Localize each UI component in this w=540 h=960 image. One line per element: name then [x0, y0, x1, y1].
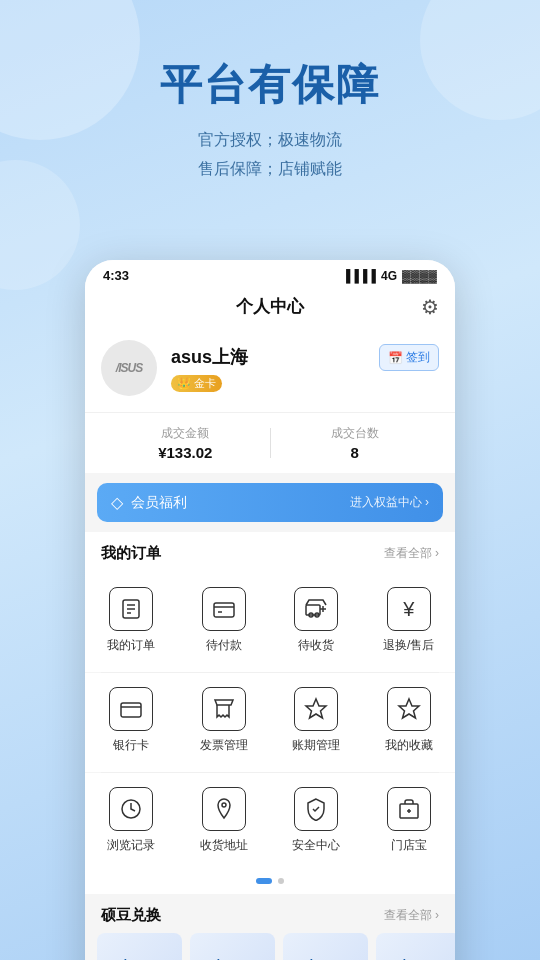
benefits-banner[interactable]: ◇ 会员福利 进入权益中心 ›: [97, 483, 443, 522]
svg-marker-15: [399, 699, 419, 718]
my-orders-icon: [109, 587, 153, 631]
store-treasure-icon: [387, 787, 431, 831]
beans-header: 硕豆兑换 查看全部 ›: [85, 906, 455, 933]
security-label: 安全中心: [292, 837, 340, 854]
status-bar: 4:33 ▐▐▐▐ 4G ▓▓▓▓: [85, 260, 455, 287]
page-dots: [85, 872, 455, 894]
page-title: 个人中心: [236, 295, 304, 318]
product-row: /ISUS 硕豆兑换 /ISUS 硕豆兑换 /ISUS 硕豆兑换 /ISUS 硕…: [85, 933, 455, 960]
address-item[interactable]: 收货地址: [178, 777, 271, 860]
bank-card-item[interactable]: 银行卡: [85, 677, 178, 760]
tools-grid-1: 银行卡 发票管理 账期管理: [85, 673, 455, 772]
trade-amount-value: ¥133.02: [101, 444, 270, 461]
browse-history-label: 浏览记录: [107, 837, 155, 854]
benefits-action-text: 进入权益中心 ›: [350, 494, 429, 511]
period-label: 账期管理: [292, 737, 340, 754]
invoice-label: 发票管理: [200, 737, 248, 754]
svg-point-17: [222, 803, 226, 807]
stats-row: 成交金额 ¥133.02 成交台数 8: [85, 412, 455, 473]
browse-history-item[interactable]: 浏览记录: [85, 777, 178, 860]
pending-payment-icon: [202, 587, 246, 631]
refund-icon: ¥: [387, 587, 431, 631]
page-header: 个人中心 ⚙: [85, 287, 455, 328]
status-icons: ▐▐▐▐ 4G ▓▓▓▓: [342, 269, 437, 283]
benefits-icon: ◇: [111, 493, 123, 512]
avatar-logo: /ISUS: [116, 361, 142, 375]
benefits-text: 会员福利: [131, 494, 187, 512]
period-icon: [294, 687, 338, 731]
tools-grid-2: 浏览记录 收货地址 安全中心: [85, 773, 455, 872]
beans-section: 硕豆兑换 查看全部 › /ISUS 硕豆兑换 /ISUS 硕豆兑换 /ISUS …: [85, 894, 455, 960]
address-label: 收货地址: [200, 837, 248, 854]
bank-card-label: 银行卡: [113, 737, 149, 754]
my-orders-item[interactable]: 我的订单: [85, 577, 178, 660]
pending-payment-item[interactable]: 待付款: [178, 577, 271, 660]
trade-amount-label: 成交金额: [101, 425, 270, 442]
orders-section-header: 我的订单 查看全部 ›: [85, 532, 455, 569]
bank-card-icon: [109, 687, 153, 731]
dot-2: [278, 878, 284, 884]
svg-rect-4: [214, 603, 234, 617]
product-card-4[interactable]: /ISUS 硕豆兑换: [376, 933, 455, 960]
store-treasure-item[interactable]: 门店宝: [363, 777, 456, 860]
security-item[interactable]: 安全中心: [270, 777, 363, 860]
membership-label: 金卡: [194, 376, 216, 391]
subtitle-line2: 售后保障；店铺赋能: [0, 155, 540, 184]
product-card-2[interactable]: /ISUS 硕豆兑换: [190, 933, 275, 960]
checkin-icon: 📅: [388, 351, 403, 365]
trade-count-value: 8: [271, 444, 440, 461]
invoice-item[interactable]: 发票管理: [178, 677, 271, 760]
trade-count-label: 成交台数: [271, 425, 440, 442]
settings-icon[interactable]: ⚙: [421, 295, 439, 319]
svg-rect-12: [121, 703, 141, 717]
store-treasure-label: 门店宝: [391, 837, 427, 854]
orders-title: 我的订单: [101, 544, 161, 563]
benefits-action: 进入权益中心 ›: [350, 494, 429, 511]
checkin-label: 签到: [406, 349, 430, 366]
my-orders-label: 我的订单: [107, 637, 155, 654]
status-time: 4:33: [103, 268, 129, 283]
trade-count-stat: 成交台数 8: [271, 425, 440, 461]
period-item[interactable]: 账期管理: [270, 677, 363, 760]
pending-receipt-label: 待收货: [298, 637, 334, 654]
signal-icon: ▐▐▐▐: [342, 269, 376, 283]
favorites-item[interactable]: 我的收藏: [363, 677, 456, 760]
refund-item[interactable]: ¥ 退换/售后: [363, 577, 456, 660]
benefits-left: ◇ 会员福利: [111, 493, 187, 512]
network-type: 4G: [381, 269, 397, 283]
beans-title: 硕豆兑换: [101, 906, 161, 925]
pending-payment-label: 待付款: [206, 637, 242, 654]
membership-icon: 👑: [177, 377, 191, 390]
refund-label: 退换/售后: [383, 637, 434, 654]
profile-section: /ISUS asus上海 👑 金卡 📅 签到: [85, 328, 455, 412]
product-card-1[interactable]: /ISUS 硕豆兑换: [97, 933, 182, 960]
security-icon: [294, 787, 338, 831]
address-icon: [202, 787, 246, 831]
checkin-button[interactable]: 📅 签到: [379, 344, 439, 371]
favorites-icon: [387, 687, 431, 731]
avatar: /ISUS: [101, 340, 157, 396]
subtitle: 官方授权；极速物流 售后保障；店铺赋能: [0, 126, 540, 184]
product-card-3[interactable]: /ISUS 硕豆兑换: [283, 933, 368, 960]
membership-badge: 👑 金卡: [171, 375, 222, 392]
phone-mockup: 4:33 ▐▐▐▐ 4G ▓▓▓▓ 个人中心 ⚙ /ISUS asus上海 👑 …: [85, 260, 455, 960]
svg-marker-14: [306, 699, 326, 718]
invoice-icon: [202, 687, 246, 731]
pending-receipt-icon: [294, 587, 338, 631]
trade-amount-stat: 成交金额 ¥133.02: [101, 425, 270, 461]
browse-history-icon: [109, 787, 153, 831]
pending-receipt-item[interactable]: 待收货: [270, 577, 363, 660]
dot-1: [256, 878, 272, 884]
beans-more[interactable]: 查看全部 ›: [384, 907, 439, 924]
orders-more[interactable]: 查看全部 ›: [384, 545, 439, 562]
battery-icon: ▓▓▓▓: [402, 269, 437, 283]
favorites-label: 我的收藏: [385, 737, 433, 754]
orders-grid: 我的订单 待付款: [85, 569, 455, 672]
